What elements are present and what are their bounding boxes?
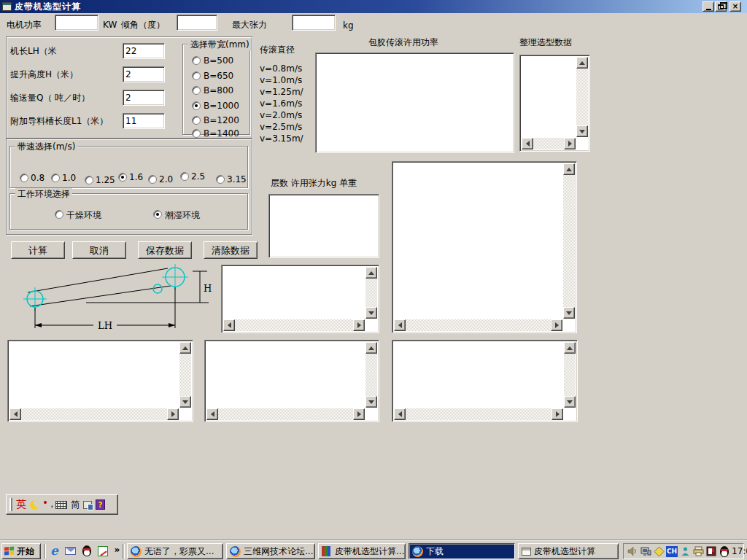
- radio-b800-label[interactable]: B=800: [204, 85, 233, 96]
- scroll-left-button[interactable]: [394, 319, 406, 331]
- radio-b500-label[interactable]: B=500: [204, 55, 233, 66]
- quicklaunch-qq-icon[interactable]: [80, 545, 93, 557]
- radio-b650-label[interactable]: B=650: [204, 71, 233, 81]
- ime-simplified-button[interactable]: 简: [71, 499, 80, 511]
- scroll-left-button[interactable]: [223, 319, 235, 331]
- radio-speed-0.8-label[interactable]: 0.8: [31, 173, 44, 183]
- radio-speed-1.25-label[interactable]: 1.25: [96, 175, 115, 185]
- downloader-icon[interactable]: [705, 545, 717, 557]
- help-icon[interactable]: ?: [96, 499, 105, 510]
- radio-b1200-label[interactable]: B=1200: [204, 115, 239, 125]
- save-data-button[interactable]: 保存数据: [138, 241, 192, 259]
- scroll-down-button[interactable]: [365, 396, 377, 408]
- height-input[interactable]: [123, 66, 165, 82]
- result-list-main[interactable]: [392, 161, 577, 333]
- horizontal-scrollbar[interactable]: [223, 319, 365, 331]
- scroll-left-button[interactable]: [522, 138, 533, 149]
- input-method-icon[interactable]: [653, 545, 665, 557]
- clear-data-button[interactable]: 清除数据: [204, 241, 258, 259]
- radio-b1000-label[interactable]: B=1000: [204, 101, 239, 111]
- radio-b1400-label[interactable]: B=1400: [204, 128, 239, 139]
- calculate-button[interactable]: 计算: [11, 241, 65, 259]
- task-button-download[interactable]: 下载: [409, 543, 515, 559]
- radio-env-humid[interactable]: [153, 210, 162, 219]
- radio-env-dry[interactable]: [55, 210, 63, 219]
- vertical-scrollbar[interactable]: [365, 342, 377, 408]
- radio-speed-1.0[interactable]: [51, 174, 60, 182]
- sorted-data-list[interactable]: [519, 55, 590, 152]
- volume-icon[interactable]: [627, 545, 638, 557]
- clock[interactable]: 17:01: [732, 546, 747, 556]
- radio-speed-1.0-label[interactable]: 1.0: [62, 173, 76, 183]
- radio-speed-1.6[interactable]: [118, 173, 127, 182]
- soft-keyboard-icon[interactable]: [83, 501, 92, 509]
- vertical-scrollbar[interactable]: [179, 342, 191, 408]
- task-button-forum1[interactable]: 无语了，彩票又...: [127, 543, 223, 559]
- vertical-scrollbar[interactable]: [564, 342, 576, 408]
- layers-box[interactable]: [268, 194, 379, 258]
- incline-input[interactable]: [177, 15, 217, 31]
- result-list-bottom-mid[interactable]: [204, 340, 379, 422]
- vertical-scrollbar[interactable]: [576, 57, 588, 137]
- chute-length-input[interactable]: [123, 113, 165, 129]
- horizontal-scrollbar[interactable]: [9, 408, 179, 420]
- result-list-bottom-right[interactable]: [392, 340, 578, 422]
- task-button-forum2[interactable]: 三维网技术论坛...: [226, 543, 315, 559]
- task-button-archive[interactable]: 皮带机选型计算...: [318, 543, 406, 559]
- scroll-right-button[interactable]: [167, 408, 179, 420]
- scroll-right-button[interactable]: [551, 319, 562, 331]
- scroll-up-button[interactable]: [564, 342, 576, 354]
- task-button-app[interactable]: 皮带机选型计算: [518, 543, 619, 559]
- radio-speed-0.8[interactable]: [20, 174, 28, 182]
- drag-handle-icon[interactable]: [9, 498, 12, 511]
- radio-b800[interactable]: [192, 86, 201, 95]
- scroll-up-button[interactable]: [576, 57, 588, 69]
- scroll-right-button[interactable]: [353, 319, 365, 331]
- radio-speed-1.25[interactable]: [85, 176, 93, 184]
- horizontal-scrollbar[interactable]: [206, 408, 365, 420]
- max-tension-input[interactable]: [292, 15, 336, 31]
- scroll-right-button[interactable]: [564, 138, 576, 149]
- length-input[interactable]: [123, 43, 165, 59]
- radio-speed-3.15[interactable]: [216, 175, 225, 184]
- capacity-input[interactable]: [123, 90, 165, 106]
- cancel-button[interactable]: 取消: [72, 241, 126, 259]
- quicklaunch-ie-icon[interactable]: e: [48, 545, 61, 557]
- minimize-button[interactable]: [703, 1, 714, 12]
- close-button[interactable]: ×: [729, 1, 741, 12]
- motor-power-input[interactable]: [55, 15, 98, 31]
- quicklaunch-mail-icon[interactable]: [64, 545, 77, 557]
- qq-tray-icon[interactable]: [719, 545, 730, 557]
- result-list-mid[interactable]: [221, 265, 379, 333]
- scroll-right-button[interactable]: [551, 408, 563, 420]
- printer-icon[interactable]: [692, 545, 704, 557]
- quicklaunch-overflow-button[interactable]: »: [111, 543, 123, 556]
- radio-speed-3.15-label[interactable]: 3.15: [227, 174, 247, 184]
- start-button[interactable]: 开始: [1, 543, 41, 559]
- scroll-down-button[interactable]: [563, 307, 575, 319]
- scroll-left-button[interactable]: [9, 408, 21, 420]
- radio-env-dry-label[interactable]: 干燥环境: [66, 209, 101, 222]
- radio-b1200[interactable]: [192, 116, 201, 125]
- radio-speed-2.5-label[interactable]: 2.5: [191, 171, 205, 182]
- horizontal-scrollbar[interactable]: [394, 408, 563, 420]
- drum-power-box[interactable]: [315, 52, 514, 153]
- radio-speed-2.0-label[interactable]: 2.0: [159, 174, 173, 184]
- radio-b1000[interactable]: [192, 101, 201, 110]
- scroll-down-button[interactable]: [179, 396, 191, 408]
- quicklaunch-notes-icon[interactable]: [96, 545, 109, 557]
- radio-b650[interactable]: [192, 71, 201, 80]
- radio-b1400[interactable]: [192, 129, 201, 138]
- scroll-right-button[interactable]: [353, 408, 365, 420]
- radio-speed-2.0[interactable]: [148, 175, 157, 184]
- radio-b500[interactable]: [192, 56, 201, 65]
- keyboard-icon[interactable]: [55, 501, 67, 509]
- scroll-up-button[interactable]: [563, 163, 575, 175]
- radio-speed-1.6-label[interactable]: 1.6: [129, 172, 143, 182]
- horizontal-scrollbar[interactable]: [522, 138, 576, 149]
- scroll-left-button[interactable]: [206, 408, 218, 420]
- scroll-down-button[interactable]: [365, 307, 377, 319]
- radio-env-humid-label[interactable]: 潮湿环境: [165, 209, 200, 222]
- ime-bar[interactable]: 英 ， 简 ?: [6, 494, 118, 515]
- moon-icon[interactable]: [30, 500, 39, 510]
